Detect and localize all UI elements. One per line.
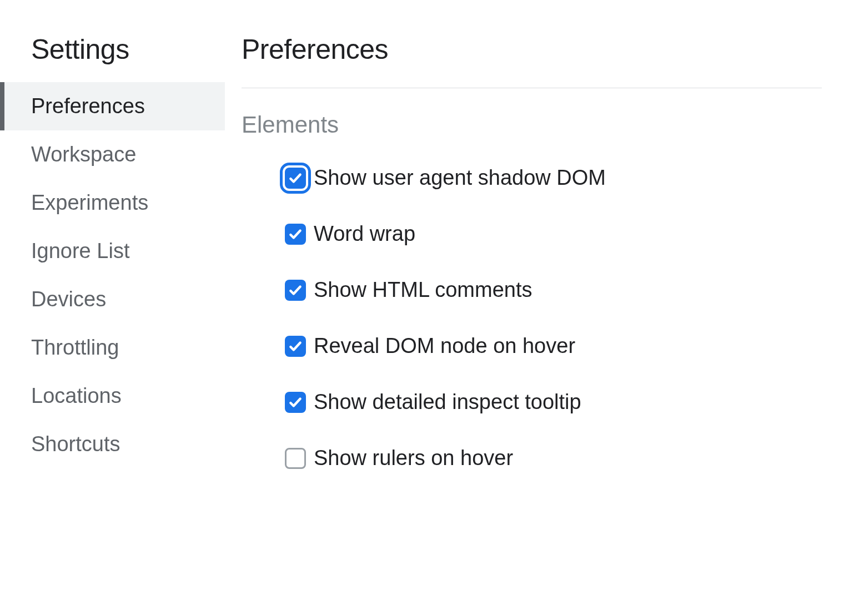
page-title: Preferences — [242, 33, 822, 88]
option-show-detailed-inspect-tooltip[interactable]: Show detailed inspect tooltip — [242, 390, 822, 414]
sidebar-item-devices[interactable]: Devices — [4, 275, 225, 324]
checkbox[interactable] — [285, 336, 306, 357]
sidebar-item-label: Locations — [31, 384, 122, 407]
sidebar-item-label: Shortcuts — [31, 432, 120, 456]
option-label: Word wrap — [314, 222, 415, 246]
option-show-user-agent-shadow-dom[interactable]: Show user agent shadow DOM — [242, 166, 822, 190]
checkmark-icon — [288, 283, 303, 297]
option-word-wrap[interactable]: Word wrap — [242, 222, 822, 246]
checkmark-icon — [288, 171, 303, 185]
checkbox[interactable] — [285, 392, 306, 413]
checkmark-icon — [288, 339, 303, 354]
option-label: Show detailed inspect tooltip — [314, 390, 581, 414]
sidebar-item-label: Ignore List — [31, 239, 129, 262]
divider — [242, 88, 822, 88]
checkmark-icon — [288, 395, 303, 410]
checkbox[interactable] — [285, 280, 306, 301]
settings-sidebar: Settings Preferences Workspace Experimen… — [0, 0, 225, 616]
option-reveal-dom-node-on-hover[interactable]: Reveal DOM node on hover — [242, 334, 822, 358]
checkbox[interactable] — [285, 224, 306, 245]
sidebar-title: Settings — [4, 33, 225, 82]
sidebar-item-label: Devices — [31, 287, 106, 311]
main-panel: Preferences Elements Show user agent sha… — [225, 0, 844, 616]
section-title-elements: Elements — [242, 112, 822, 166]
sidebar-item-experiments[interactable]: Experiments — [4, 179, 225, 227]
sidebar-item-ignore-list[interactable]: Ignore List — [4, 227, 225, 275]
option-label: Show HTML comments — [314, 278, 532, 302]
option-show-html-comments[interactable]: Show HTML comments — [242, 278, 822, 302]
sidebar-item-locations[interactable]: Locations — [4, 372, 225, 420]
checkmark-icon — [288, 227, 303, 241]
option-label: Show rulers on hover — [314, 446, 513, 470]
option-show-rulers-on-hover[interactable]: Show rulers on hover — [242, 446, 822, 470]
checkbox[interactable] — [285, 168, 306, 189]
sidebar-item-throttling[interactable]: Throttling — [4, 324, 225, 372]
sidebar-item-shortcuts[interactable]: Shortcuts — [4, 420, 225, 468]
sidebar-item-label: Workspace — [31, 143, 136, 166]
checkbox[interactable] — [285, 448, 306, 469]
sidebar-item-label: Throttling — [31, 336, 119, 359]
sidebar-item-label: Experiments — [31, 191, 148, 214]
sidebar-item-preferences[interactable]: Preferences — [4, 82, 225, 130]
sidebar-item-workspace[interactable]: Workspace — [4, 130, 225, 179]
option-label: Show user agent shadow DOM — [314, 166, 606, 190]
option-label: Reveal DOM node on hover — [314, 334, 575, 358]
sidebar-item-label: Preferences — [31, 94, 145, 118]
